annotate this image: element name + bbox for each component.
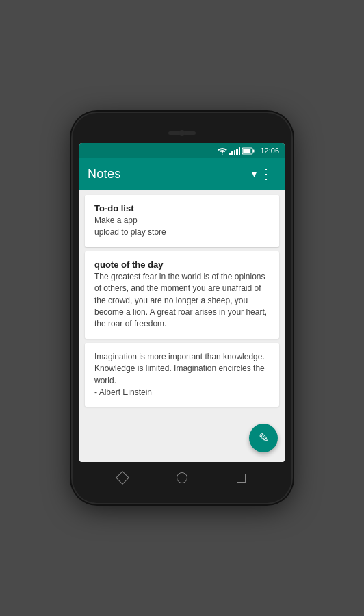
phone-camera bbox=[179, 130, 185, 136]
phone-top-bar bbox=[79, 125, 285, 140]
phone-frame: 12:06 Notes ▾ ⋮ To-do list Make a appupl… bbox=[73, 113, 291, 503]
note-card[interactable]: quote of the day The greatest fear in th… bbox=[85, 251, 279, 339]
app-bar: Notes ▾ ⋮ bbox=[79, 158, 285, 190]
status-bar: 12:06 bbox=[79, 143, 285, 158]
phone-screen: 12:06 Notes ▾ ⋮ To-do list Make a appupl… bbox=[79, 143, 285, 462]
dropdown-icon[interactable]: ▾ bbox=[252, 168, 257, 179]
note-body: The greatest fear in the world is of the… bbox=[94, 271, 270, 331]
back-icon bbox=[116, 471, 129, 485]
phone-bottom-bar bbox=[79, 465, 285, 491]
note-title: quote of the day bbox=[94, 259, 270, 270]
more-options-button[interactable]: ⋮ bbox=[257, 164, 276, 183]
note-title: To-do list bbox=[94, 203, 270, 214]
recents-icon bbox=[237, 474, 246, 483]
home-icon bbox=[177, 472, 187, 483]
status-icons bbox=[218, 147, 255, 155]
signal-bars-icon bbox=[229, 147, 241, 155]
note-card[interactable]: To-do list Make a appupload to play stor… bbox=[85, 195, 279, 247]
svg-rect-1 bbox=[253, 149, 255, 152]
edit-icon: ✎ bbox=[259, 432, 269, 444]
status-time: 12:06 bbox=[260, 146, 279, 155]
app-title: Notes bbox=[88, 167, 249, 181]
home-button[interactable] bbox=[175, 471, 189, 485]
note-body: Make a appupload to play store bbox=[94, 215, 270, 239]
svg-rect-2 bbox=[244, 149, 251, 153]
wifi-icon bbox=[218, 147, 227, 155]
recents-button[interactable] bbox=[235, 471, 248, 485]
battery-icon bbox=[242, 147, 255, 155]
note-body: Imagination is more important than knowl… bbox=[94, 351, 270, 399]
content-area: To-do list Make a appupload to play stor… bbox=[79, 190, 285, 462]
back-button[interactable] bbox=[116, 471, 129, 485]
note-card[interactable]: Imagination is more important than knowl… bbox=[85, 343, 279, 407]
new-note-fab[interactable]: ✎ bbox=[249, 424, 278, 452]
